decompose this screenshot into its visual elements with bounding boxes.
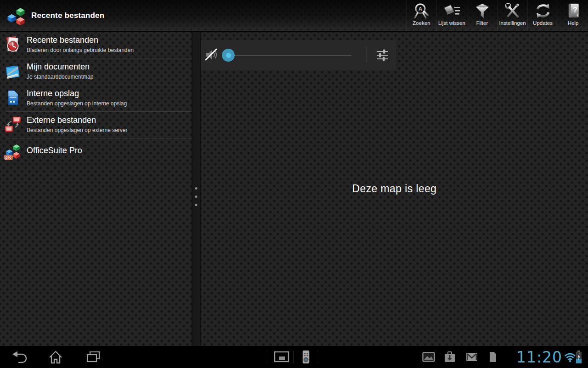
sidebar-item-subtitle: Bladeren door onlangs gebruikte bestande… — [27, 47, 134, 53]
action-label: Zoeken — [413, 20, 430, 26]
internal-storage-icon — [4, 89, 22, 107]
volume-slider-track[interactable] — [228, 55, 351, 56]
officesuite-pro-icon: pro — [4, 142, 22, 161]
sidebar-item-officesuite-pro[interactable]: pro OfficeSuite Pro — [0, 138, 192, 165]
audio-settings-icon[interactable] — [376, 49, 388, 61]
volume-slider-thumb[interactable] — [222, 49, 235, 62]
volume-muted-icon[interactable] — [204, 48, 218, 62]
svg-text:A: A — [418, 6, 422, 12]
body: Recente bestanden Bladeren door onlangs … — [0, 32, 588, 346]
remote-app-icon — [302, 350, 310, 364]
sidebar-item-my-documents[interactable]: Mijn documenten Je standaarddocumentmap — [0, 58, 192, 85]
wifi-icon — [564, 351, 576, 362]
file-list-area: Deze map is leeg — [201, 32, 588, 346]
sidebar-item-subtitle: Je standaarddocumentmap — [27, 74, 93, 80]
filter-icon — [473, 2, 492, 20]
sidebar-item-title: OfficeSuite Pro — [27, 146, 82, 155]
wifi-status[interactable] — [564, 351, 576, 364]
gallery-icon — [422, 352, 435, 362]
recent-apps-icon — [85, 350, 101, 364]
sidebar-item-subtitle: Bestanden opgeslagen op interne opslag — [27, 100, 127, 107]
divider — [6, 165, 192, 165]
slider-thumb-dot — [226, 53, 231, 58]
download-notification[interactable] — [444, 351, 456, 365]
svg-text:pro: pro — [6, 155, 11, 160]
action-buttons: A Zoeken — [406, 0, 588, 31]
officesuite-logo-icon — [6, 5, 27, 26]
notification-page-icon — [489, 352, 496, 362]
screen: Recente bestanden A Zoeken — [0, 0, 588, 368]
status-clock[interactable]: 11:20 — [503, 348, 562, 366]
filter-button[interactable]: Filter — [467, 0, 497, 31]
divider — [294, 351, 294, 363]
sidebar-item-title: Interne opslag — [27, 89, 79, 98]
action-label: Filter — [476, 20, 488, 26]
sidebar-item-subtitle: Bestanden opgeslagen op externe server — [27, 127, 128, 133]
home-button[interactable] — [48, 350, 63, 364]
sidebar-item-internal-storage[interactable]: Interne opslag Bestanden opgeslagen op i… — [0, 85, 192, 111]
svg-text:?: ? — [573, 6, 577, 14]
sidebar-item-title: Mijn documenten — [27, 62, 90, 72]
battery-charging-icon — [575, 351, 582, 363]
search-button[interactable]: A Zoeken — [406, 0, 436, 31]
recent-files-icon — [4, 35, 22, 54]
recent-apps-button[interactable] — [85, 350, 101, 364]
screenshot-icon — [274, 351, 289, 363]
sidebar: Recente bestanden Bladeren door onlangs … — [0, 32, 192, 346]
divider — [367, 47, 367, 63]
sidebar-item-recent-files[interactable]: Recente bestanden Bladeren door onlangs … — [0, 32, 192, 58]
clear-list-button[interactable]: Lijst wissen — [436, 0, 467, 31]
system-bar: 11:20 — [0, 346, 588, 368]
updates-icon — [534, 2, 552, 20]
remote-app-button[interactable] — [302, 350, 310, 366]
action-label: Updates — [533, 20, 553, 26]
settings-button[interactable]: Instellingen — [497, 0, 527, 31]
divider — [268, 351, 268, 363]
battery-status[interactable] — [575, 351, 582, 365]
back-icon — [11, 350, 27, 364]
page-title: Recente bestanden — [31, 11, 104, 20]
updates-button[interactable]: Updates — [527, 0, 558, 31]
help-button[interactable]: ? Help — [558, 0, 588, 31]
sidebar-item-title: Externe bestanden — [27, 115, 96, 125]
volume-popup — [201, 40, 396, 70]
action-label: Help — [568, 20, 579, 26]
gmail-notification[interactable] — [466, 352, 478, 363]
clear-list-icon — [443, 2, 461, 20]
search-icon: A — [413, 2, 431, 20]
download-icon — [444, 351, 456, 363]
empty-folder-message: Deze map is leeg — [352, 183, 436, 195]
gmail-icon — [466, 352, 478, 362]
help-icon: ? — [564, 2, 582, 20]
action-label: Lijst wissen — [438, 20, 465, 26]
remote-files-icon — [4, 115, 22, 134]
divider — [319, 351, 319, 363]
action-bar: Recente bestanden A Zoeken — [0, 0, 588, 31]
settings-icon — [503, 2, 522, 20]
back-button[interactable] — [11, 350, 27, 364]
notification-page[interactable] — [489, 352, 496, 364]
gallery-notification[interactable] — [422, 352, 435, 364]
drag-handle-dots-icon — [195, 181, 198, 212]
sidebar-item-remote-files[interactable]: Externe bestanden Bestanden opgeslagen o… — [0, 112, 192, 138]
sidebar-item-title: Recente bestanden — [27, 35, 98, 45]
screenshot-button[interactable] — [274, 351, 289, 365]
home-icon — [48, 350, 63, 364]
action-label: Instellingen — [499, 20, 526, 26]
pane-split-handle[interactable] — [192, 32, 201, 346]
my-documents-icon — [4, 62, 22, 80]
